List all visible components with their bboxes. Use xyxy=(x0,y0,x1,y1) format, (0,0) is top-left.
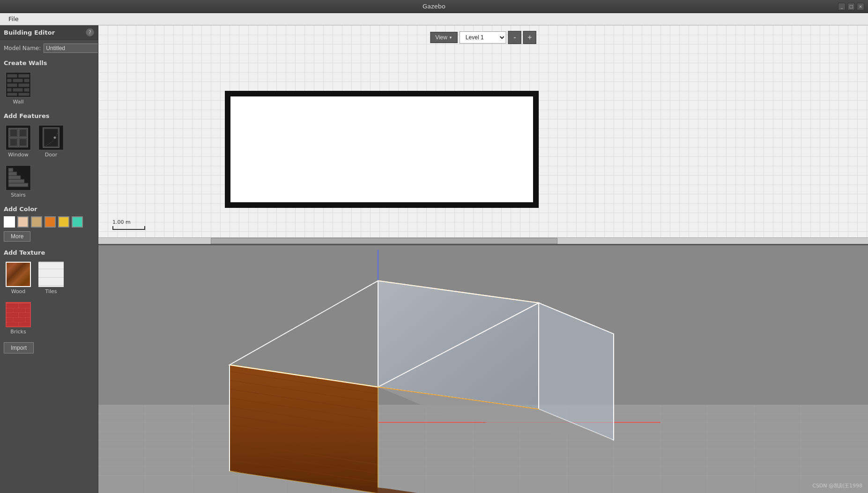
svg-rect-2 xyxy=(18,74,30,78)
scale-bar: 1.00 m xyxy=(112,219,145,230)
stairs-tool[interactable]: Stairs xyxy=(4,163,33,200)
svg-rect-17 xyxy=(10,129,17,137)
building-footprint xyxy=(225,91,539,208)
svg-rect-43 xyxy=(19,323,31,327)
level-minus-button[interactable]: - xyxy=(508,31,521,44)
color-swatch-teal[interactable] xyxy=(72,216,83,228)
svg-rect-26 xyxy=(8,183,28,187)
svg-rect-5 xyxy=(24,79,30,82)
create-walls-grid: Wall xyxy=(0,68,98,109)
bricks-thumb xyxy=(6,302,31,327)
viewport-3d[interactable]: CSDN @凯刻王1998 xyxy=(98,245,868,493)
sidebar: Building Editor ? Model Name: Create Wal… xyxy=(0,25,98,493)
svg-rect-6 xyxy=(7,83,17,87)
sidebar-header: Building Editor ? xyxy=(0,25,98,40)
add-features-grid: Window Door xyxy=(0,121,98,202)
color-swatch-tan[interactable] xyxy=(31,216,42,228)
svg-rect-29 xyxy=(8,172,17,176)
tiles-label: Tiles xyxy=(45,288,57,294)
maximize-button[interactable]: □ xyxy=(847,3,855,10)
tiles-texture[interactable]: Tiles xyxy=(37,260,66,296)
door-svg xyxy=(39,126,63,149)
help-button[interactable]: ? xyxy=(86,28,94,37)
svg-rect-30 xyxy=(8,168,13,172)
svg-rect-18 xyxy=(19,129,27,137)
scale-label: 1.00 m xyxy=(112,219,131,225)
color-swatch-white[interactable] xyxy=(4,216,15,228)
wall-label: Wall xyxy=(13,99,23,105)
window-icon xyxy=(6,125,31,150)
app-title: Gazebo xyxy=(423,3,445,10)
wood-thumb xyxy=(6,262,31,287)
tiles-thumb xyxy=(38,262,64,287)
color-swatch-yellow[interactable] xyxy=(58,216,69,228)
color-swatch-orange[interactable] xyxy=(45,216,56,228)
color-swatch-peach[interactable] xyxy=(17,216,29,228)
wood-texture[interactable]: Wood xyxy=(4,260,33,296)
svg-rect-37 xyxy=(7,313,18,317)
svg-rect-41 xyxy=(26,318,31,322)
svg-rect-32 xyxy=(7,304,18,308)
svg-rect-9 xyxy=(13,88,23,92)
more-colors-button[interactable]: More xyxy=(4,231,30,242)
door-tool[interactable]: Door xyxy=(37,123,66,160)
content-area: View ▼ Level 1 Level 2 Level 3 - + 1.00 … xyxy=(98,25,868,493)
model-name-input[interactable] xyxy=(44,44,98,53)
svg-rect-8 xyxy=(7,88,12,92)
menu-bar: File xyxy=(0,13,868,25)
svg-rect-27 xyxy=(8,179,24,183)
editor-2d: View ▼ Level 1 Level 2 Level 3 - + 1.00 … xyxy=(98,25,868,245)
level-select[interactable]: Level 1 Level 2 Level 3 xyxy=(460,31,506,44)
svg-rect-28 xyxy=(8,176,21,179)
create-walls-title: Create Walls xyxy=(0,56,98,68)
stairs-svg xyxy=(7,166,30,190)
bricks-label: Bricks xyxy=(10,329,26,335)
svg-rect-36 xyxy=(26,309,31,312)
minimize-button[interactable]: _ xyxy=(838,3,846,10)
svg-rect-7 xyxy=(18,83,30,87)
door-label: Door xyxy=(45,152,57,158)
svg-rect-39 xyxy=(7,318,13,322)
window-tool[interactable]: Window xyxy=(4,123,33,160)
add-texture-title: Add Texture xyxy=(0,245,98,258)
svg-rect-4 xyxy=(13,79,23,82)
scene-3d xyxy=(98,245,868,493)
window-controls: _ □ × xyxy=(838,3,864,10)
svg-rect-12 xyxy=(18,93,30,96)
main-container: Building Editor ? Model Name: Create Wal… xyxy=(0,25,868,493)
sidebar-title: Building Editor xyxy=(4,29,55,36)
svg-rect-19 xyxy=(10,139,17,146)
wall-icon xyxy=(6,72,31,97)
window-svg xyxy=(7,126,30,149)
add-color-title: Add Color xyxy=(0,202,98,214)
wood-label: Wood xyxy=(11,288,26,294)
menu-file[interactable]: File xyxy=(4,15,23,23)
bricks-texture[interactable]: Bricks xyxy=(4,300,33,337)
add-features-title: Add Features xyxy=(0,109,98,121)
svg-rect-10 xyxy=(24,88,30,92)
svg-rect-11 xyxy=(7,93,17,96)
import-button[interactable]: Import xyxy=(4,342,34,353)
svg-rect-42 xyxy=(7,323,18,327)
watermark: CSDN @凯刻王1998 xyxy=(812,482,862,489)
window-label: Window xyxy=(8,152,28,158)
stairs-icon xyxy=(6,165,31,191)
wall-tool[interactable]: Wall xyxy=(4,70,33,107)
editor-toolbar: View ▼ Level 1 Level 2 Level 3 - + xyxy=(430,31,536,44)
color-swatches xyxy=(0,214,98,229)
bricks-svg xyxy=(7,303,31,327)
svg-rect-1 xyxy=(7,74,17,78)
door-icon xyxy=(38,125,64,150)
svg-rect-35 xyxy=(14,309,25,312)
scrollbar-thumb[interactable] xyxy=(211,238,557,244)
stairs-label: Stairs xyxy=(11,192,25,198)
model-name-label: Model Name: xyxy=(4,45,41,52)
scale-line xyxy=(112,226,145,230)
close-button[interactable]: × xyxy=(857,3,864,10)
view-button[interactable]: View ▼ xyxy=(430,32,458,43)
svg-rect-20 xyxy=(19,139,27,146)
horizontal-scrollbar[interactable] xyxy=(98,237,868,244)
level-plus-button[interactable]: + xyxy=(523,31,536,44)
model-name-row: Model Name: xyxy=(0,40,98,56)
svg-rect-3 xyxy=(7,79,12,82)
